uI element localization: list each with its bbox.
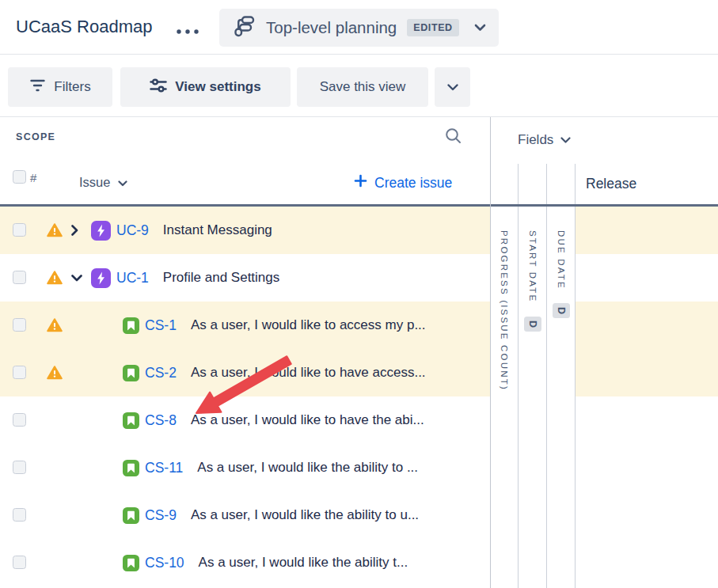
table-row-cs11: CS-11 As a user, I would like the abilit… <box>0 444 718 491</box>
plan-hierarchy-icon <box>234 15 256 40</box>
plan-title: UCaaS Roadmap <box>16 17 152 37</box>
chevron-down-icon <box>560 132 571 148</box>
row-checkbox[interactable] <box>13 461 26 474</box>
issue-key-link[interactable]: CS-8 <box>145 412 177 429</box>
toolbar-divider <box>0 116 718 117</box>
warning-icon[interactable] <box>47 366 63 380</box>
search-icon[interactable] <box>444 127 462 145</box>
issue-summary[interactable]: As a user, I would like the ability to u… <box>191 507 419 523</box>
start-date-column-label: START DATE <box>528 230 538 302</box>
issue-key-link[interactable]: UC-1 <box>116 270 149 286</box>
epic-icon <box>91 221 111 241</box>
field-columns: PROGRESS (ISSUE COUNT) START DATE D DUE … <box>491 164 576 588</box>
progress-column-label: PROGRESS (ISSUE COUNT) <box>500 230 509 391</box>
row-checkbox[interactable] <box>13 366 26 379</box>
chevron-down-icon[interactable] <box>71 275 82 282</box>
filters-label: Filters <box>54 79 90 95</box>
story-icon <box>123 317 139 334</box>
epic-icon <box>91 268 111 288</box>
filter-icon <box>29 78 46 97</box>
due-date-column: DUE DATE D <box>547 164 576 588</box>
filters-button[interactable]: Filters <box>8 67 112 107</box>
row-checkbox[interactable] <box>13 556 26 569</box>
fields-label: Fields <box>518 132 553 148</box>
story-icon <box>123 555 139 571</box>
start-date-badge: D <box>524 317 541 332</box>
table-row-cs8: CS-8 As a user, I would like to have the… <box>0 396 718 444</box>
row-checkbox[interactable] <box>13 223 26 237</box>
chevron-down-icon[interactable] <box>474 24 486 32</box>
issue-summary[interactable]: As a user, I would like to have access..… <box>191 365 426 381</box>
table-row-cs2: CS-2 As a user, I would like to have acc… <box>0 349 718 396</box>
issue-key-link[interactable]: CS-2 <box>145 365 177 381</box>
plus-icon <box>354 174 367 192</box>
warning-icon[interactable] <box>47 318 63 332</box>
issue-key-link[interactable]: CS-10 <box>145 555 184 571</box>
issue-summary[interactable]: As a user, I would like the ability to .… <box>197 460 418 476</box>
issue-summary[interactable]: As a user, I would like the ability t... <box>199 555 408 571</box>
issue-header-label: Issue <box>79 175 110 190</box>
issue-summary[interactable]: Instant Messaging <box>163 222 272 238</box>
progress-column: PROGRESS (ISSUE COUNT) <box>491 164 519 588</box>
chevron-down-icon <box>447 79 458 95</box>
view-settings-button[interactable]: View settings <box>120 67 291 107</box>
view-name: Top-level planning <box>266 18 397 37</box>
issue-column-header[interactable]: Issue <box>79 175 127 190</box>
scope-panel-label: SCOPE <box>16 131 55 142</box>
story-icon <box>123 507 139 524</box>
issue-summary[interactable]: Profile and Settings <box>163 270 279 286</box>
table-row-uc1: UC-1 Profile and Settings <box>0 254 718 302</box>
row-checkbox[interactable] <box>13 271 26 284</box>
chevron-down-icon <box>118 175 127 190</box>
row-checkbox[interactable] <box>13 318 26 332</box>
release-column-header[interactable]: Release <box>586 176 636 192</box>
start-date-column: START DATE D <box>519 164 547 588</box>
app-header: UCaaS Roadmap Top-level planning EDITED <box>0 0 718 55</box>
fields-dropdown[interactable]: Fields <box>518 132 571 148</box>
more-menu-button[interactable] <box>176 24 199 38</box>
edited-badge: EDITED <box>407 19 458 36</box>
select-all-checkbox[interactable] <box>13 170 26 184</box>
issue-table: UC-9 Instant Messaging UC-1 Profile and … <box>0 207 718 586</box>
row-checkbox[interactable] <box>13 508 26 522</box>
table-row-cs1: CS-1 As a user, I would like to access m… <box>0 302 718 349</box>
create-issue-button[interactable]: Create issue <box>354 174 452 192</box>
table-row-uc9: UC-9 Instant Messaging <box>0 207 718 254</box>
table-row-cs9: CS-9 As a user, I would like the ability… <box>0 491 718 539</box>
due-date-column-label: DUE DATE <box>557 230 566 290</box>
row-checkbox[interactable] <box>13 413 26 427</box>
save-view-label: Save this view <box>320 79 406 95</box>
story-icon <box>123 412 139 429</box>
save-view-more-button[interactable] <box>435 67 470 107</box>
issue-key-link[interactable]: UC-9 <box>116 222 149 239</box>
chevron-right-icon[interactable] <box>71 225 78 236</box>
warning-icon[interactable] <box>47 271 63 285</box>
view-switcher[interactable]: Top-level planning EDITED <box>219 9 499 47</box>
scope-panel-divider <box>490 117 491 588</box>
story-icon <box>123 460 139 476</box>
table-header-divider <box>0 204 718 207</box>
issue-summary[interactable]: As a user, I would like to access my p..… <box>191 317 426 333</box>
view-settings-label: View settings <box>175 79 260 95</box>
issue-key-link[interactable]: CS-11 <box>145 460 183 476</box>
table-row-cs10: CS-10 As a user, I would like the abilit… <box>0 539 718 586</box>
warning-icon[interactable] <box>47 223 63 237</box>
issue-summary[interactable]: As a user, I would like to have the abi.… <box>191 412 424 428</box>
story-icon <box>123 365 139 381</box>
sliders-icon <box>150 78 167 97</box>
more-icon <box>176 24 199 38</box>
issue-key-link[interactable]: CS-9 <box>145 507 177 524</box>
issue-key-link[interactable]: CS-1 <box>145 317 177 334</box>
create-issue-label: Create issue <box>374 175 452 192</box>
save-view-button[interactable]: Save this view <box>297 67 428 107</box>
rank-column-header: # <box>30 171 36 184</box>
due-date-badge: D <box>553 303 570 318</box>
